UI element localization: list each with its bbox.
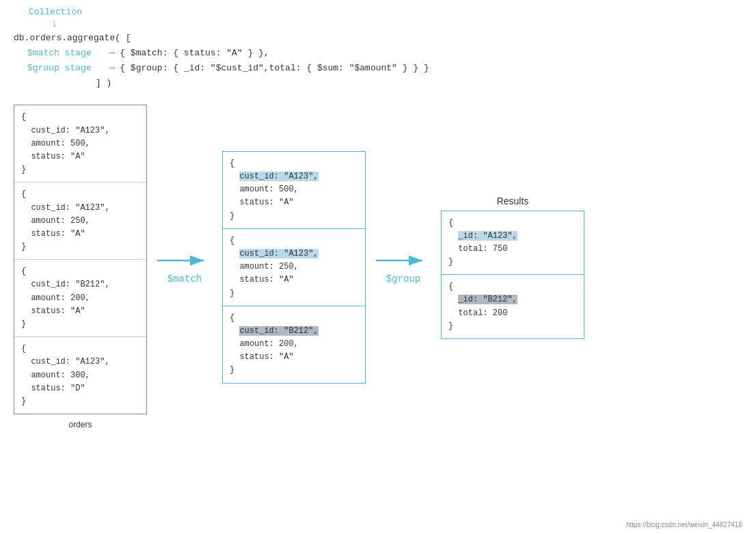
watermark: https://blog.csdn.net/weixin_44827418 <box>626 521 742 529</box>
code-line-1: db.orders.aggregate( [ <box>14 31 742 46</box>
main-diagram: { cust_id: "A123", amount: 500, status: … <box>14 105 742 429</box>
match-highlight-1: cust_id: "A123", <box>239 172 318 181</box>
code-line-group: $group stage ⟶ { $group: { _id: "$cust_i… <box>27 61 742 76</box>
match-item-1: { cust_id: "A123", amount: 500, status: … <box>223 152 365 229</box>
result-highlight-2: _id: "B212", <box>458 295 517 304</box>
match-result-box: { cust_id: "A123", amount: 500, status: … <box>222 151 366 384</box>
match-item-2: { cust_id: "A123", amount: 250, status: … <box>223 229 365 306</box>
group-arrow-block: $group <box>376 250 431 284</box>
collection-item-4: { cust_id: "A123", amount: 300, status: … <box>14 337 146 414</box>
match-arrow-label: $match <box>167 273 202 284</box>
result-highlight-1: _id: "A123", <box>458 231 517 241</box>
group-stage-code: { $group: { _id: "$cust_id",total: { $su… <box>120 61 429 76</box>
code-line-match: $match stage ⟶ { $match: { status: "A" }… <box>27 46 742 61</box>
match-item-3: { cust_id: "B212", amount: 200, status: … <box>223 306 365 383</box>
match-stage-code: { $match: { status: "A" } }, <box>120 46 269 61</box>
down-arrow: ↓ <box>51 18 58 29</box>
match-stage-label: $match stage <box>27 46 109 61</box>
match-highlight-3: cust_id: "B212", <box>239 326 318 336</box>
group-arrow-svg <box>376 250 431 271</box>
collection-item-3: { cust_id: "B212", amount: 200, status: … <box>14 260 146 337</box>
collection-item-2: { cust_id: "A123", amount: 250, status: … <box>14 183 146 260</box>
collection-label: Collection <box>29 7 742 17</box>
code-line-end: ] ) <box>96 76 742 91</box>
group-stage-label: $group stage <box>27 61 109 76</box>
match-arrow-svg <box>157 250 212 271</box>
code-end-text: ] ) <box>96 76 111 91</box>
results-box: { _id: "A123", total: 750 } { _id: "B212… <box>441 211 584 340</box>
code-text-1: db.orders.aggregate( [ <box>14 31 131 46</box>
result-item-1: { _id: "A123", total: 750 } <box>442 211 584 276</box>
results-section: Results { _id: "A123", total: 750 } { _i… <box>441 196 584 340</box>
match-arrow-block: $match <box>157 250 212 284</box>
collection-column: { cust_id: "A123", amount: 500, status: … <box>14 105 147 429</box>
group-arrow-label: $group <box>386 273 420 284</box>
result-item-2: { _id: "B212", total: 200 } <box>442 275 584 338</box>
top-code-section: Collection ↓ db.orders.aggregate( [ $mat… <box>14 7 742 91</box>
results-title: Results <box>441 196 584 206</box>
collection-bottom-label: orders <box>14 420 147 429</box>
match-stage-arrow: ⟶ <box>109 46 114 60</box>
collection-item-1: { cust_id: "A123", amount: 500, status: … <box>14 105 146 183</box>
collection-box: { cust_id: "A123", amount: 500, status: … <box>14 105 147 414</box>
code-block: db.orders.aggregate( [ $match stage ⟶ { … <box>14 31 742 91</box>
match-highlight-2: cust_id: "A123", <box>239 249 318 258</box>
group-stage-arrow: ⟶ <box>109 62 114 75</box>
